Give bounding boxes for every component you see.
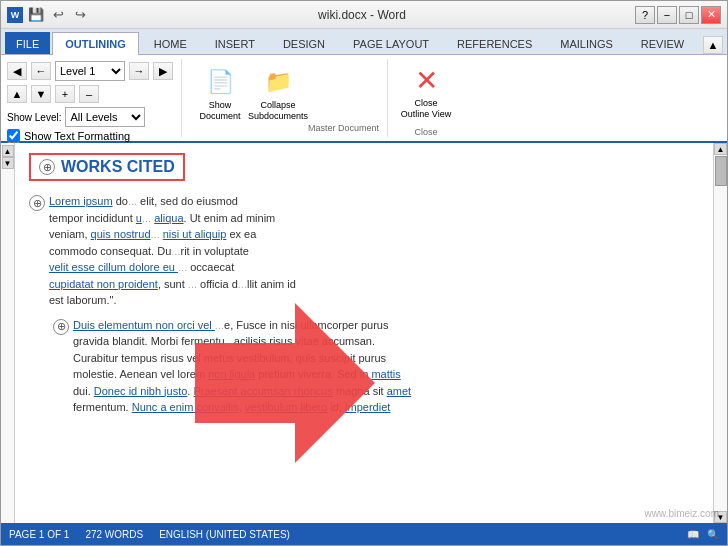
works-cited-container: ⊕ WORKS CITED [29, 153, 185, 181]
outline-nav-row1: ◀ ← Level 1 Level 2 Level 3 → ▶ [7, 59, 173, 83]
tab-design[interactable]: DESIGN [270, 32, 338, 54]
main-window: W 💾 ↩ ↪ wiki.docx - Word ? − □ ✕ FILE OU… [0, 0, 728, 546]
tab-bar: FILE OUTLINING HOME INSERT DESIGN PAGE L… [1, 29, 727, 55]
show-text-formatting-label: Show Text Formatting [24, 130, 130, 142]
show-level-label: Show Level: [7, 112, 61, 123]
watermark: www.bimeiz.com [645, 508, 719, 519]
tab-file[interactable]: FILE [5, 32, 50, 54]
page-count: PAGE 1 OF 1 [9, 529, 69, 540]
show-document-label: ShowDocument [199, 100, 240, 122]
collapse-subdocuments-icon: 📁 [262, 66, 294, 98]
title-bar-left: W 💾 ↩ ↪ [7, 6, 89, 24]
tab-review[interactable]: REVIEW [628, 32, 697, 54]
word-count: 272 WORDS [85, 529, 143, 540]
word-icon: W [7, 7, 23, 23]
level-select[interactable]: Level 1 Level 2 Level 3 [55, 61, 125, 81]
close-label: Close [415, 125, 438, 137]
redo-button[interactable]: ↪ [71, 6, 89, 24]
undo-button[interactable]: ↩ [49, 6, 67, 24]
show-level-row: Show Level: All Levels Level 1 Level 2 [7, 105, 173, 129]
document-content: ⊕ Lorem ipsum do... elit, sed do eiusmod… [29, 193, 699, 416]
close-outline-view-label: CloseOutline View [401, 98, 451, 120]
paragraph-2-text: Duis elementum non orci vel ...e, Fusce … [73, 317, 411, 416]
show-document-button[interactable]: 📄 ShowDocument [192, 59, 248, 129]
back-button[interactable]: ← [31, 62, 51, 80]
master-document-label: Master Document [308, 121, 379, 133]
scroll-thumb[interactable] [715, 156, 727, 186]
expand-para1-icon[interactable]: ⊕ [29, 195, 45, 211]
close-outline-view-button[interactable]: ✕ CloseOutline View [398, 59, 454, 125]
close-section: ✕ CloseOutline View Close [398, 59, 462, 137]
expand-button[interactable]: + [55, 85, 75, 103]
restore-button[interactable]: □ [679, 6, 699, 24]
forward-button[interactable]: → [129, 62, 149, 80]
minimize-button[interactable]: − [657, 6, 677, 24]
works-cited-heading: WORKS CITED [61, 158, 175, 176]
title-bar: W 💾 ↩ ↪ wiki.docx - Word ? − □ ✕ [1, 1, 727, 29]
title-bar-controls: ? − □ ✕ [635, 6, 721, 24]
promote-button[interactable]: ◀ [7, 62, 27, 80]
paragraph-2: ⊕ Duis elementum non orci vel ...e, Fusc… [53, 317, 699, 416]
collapse-subdocuments-label: CollapseSubdocuments [248, 100, 308, 122]
tab-references[interactable]: REFERENCES [444, 32, 545, 54]
tab-page-layout[interactable]: PAGE LAYOUT [340, 32, 442, 54]
view-icon: 📖 [687, 529, 699, 540]
show-document-icon: 📄 [204, 66, 236, 98]
show-text-formatting-row: Show Text Formatting [7, 129, 173, 142]
tab-outlining[interactable]: OUTLINING [52, 32, 139, 55]
close-button[interactable]: ✕ [701, 6, 721, 24]
paragraph-1: ⊕ Lorem ipsum do... elit, sed do eiusmod… [29, 193, 699, 309]
master-document-section: 📄 ShowDocument 📁 CollapseSubdocuments Ma… [192, 59, 388, 137]
zoom-icon: 🔍 [707, 529, 719, 540]
tab-mailings[interactable]: MAILINGS [547, 32, 626, 54]
document-area: ⊕ WORKS CITED ⊕ Lorem ipsum do... elit, … [15, 143, 713, 523]
ribbon: ◀ ← Level 1 Level 2 Level 3 → ▶ ▲ ▼ + – … [1, 55, 727, 143]
language: ENGLISH (UNITED STATES) [159, 529, 290, 540]
show-level-select[interactable]: All Levels Level 1 Level 2 [65, 107, 145, 127]
expand-works-cited-icon[interactable]: ⊕ [39, 159, 55, 175]
scroll-up-right-button[interactable]: ▲ [714, 143, 727, 155]
demote-button[interactable]: ▶ [153, 62, 173, 80]
move-down-button[interactable]: ▼ [31, 85, 51, 103]
tab-home[interactable]: HOME [141, 32, 200, 54]
outline-nav-section: ◀ ← Level 1 Level 2 Level 3 → ▶ ▲ ▼ + – … [7, 59, 182, 137]
collapse-subdocuments-button[interactable]: 📁 CollapseSubdocuments [250, 59, 306, 129]
scroll-up-button[interactable]: ▲ [2, 145, 14, 157]
left-scrollbar: ▲ ▼ [1, 143, 15, 523]
move-up-button[interactable]: ▲ [7, 85, 27, 103]
window-title: wiki.docx - Word [89, 8, 635, 22]
close-outline-view-icon: ✕ [410, 64, 442, 96]
right-scrollbar[interactable]: ▲ ▼ [713, 143, 727, 523]
content-area: ▲ ▼ ⊕ WORKS CITED ⊕ Lorem ipsum do... el… [1, 143, 727, 523]
paragraph-1-text: Lorem ipsum do... elit, sed do eiusmod t… [49, 193, 296, 309]
show-text-formatting-checkbox[interactable] [7, 129, 20, 142]
help-button[interactable]: ? [635, 6, 655, 24]
tab-insert[interactable]: INSERT [202, 32, 268, 54]
save-button[interactable]: 💾 [27, 6, 45, 24]
scroll-down-button[interactable]: ▼ [2, 157, 14, 169]
ribbon-collapse-button[interactable]: ▲ [703, 36, 723, 54]
collapse-button[interactable]: – [79, 85, 99, 103]
status-bar-right: 📖 🔍 [687, 529, 719, 540]
outline-nav-row2: ▲ ▼ + – [7, 83, 173, 105]
status-bar: PAGE 1 OF 1 272 WORDS ENGLISH (UNITED ST… [1, 523, 727, 545]
expand-para2-icon[interactable]: ⊕ [53, 319, 69, 335]
